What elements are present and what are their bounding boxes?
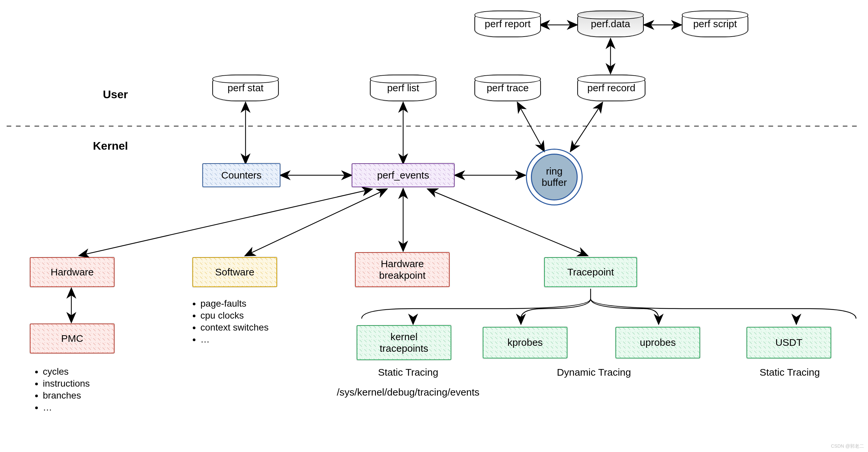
svg-line-10: [80, 189, 372, 255]
svg-line-8: [518, 103, 544, 151]
box-hw-breakpoint: Hardware breakpoint: [355, 252, 450, 287]
ring-buffer-label: ring buffer: [541, 165, 567, 188]
counters-label: Counters: [221, 170, 262, 181]
software-bullet: …: [200, 334, 315, 345]
diagram-canvas: User Kernel perf report perf.data perf s…: [0, 0, 868, 452]
box-kernel-tracepoints: kernel tracepoints: [357, 325, 451, 360]
box-hardware: Hardware: [30, 257, 115, 287]
svg-line-11: [246, 189, 386, 255]
perf-record-label: perf record: [587, 82, 636, 94]
box-uprobes: uprobes: [616, 327, 700, 358]
caption-static-tracing-2: Static Tracing: [747, 367, 833, 378]
software-bullet: cpu clocks: [200, 310, 315, 321]
software-label: Software: [215, 267, 254, 278]
perf-events-label: perf_events: [377, 170, 429, 181]
disk-perf-stat: perf stat: [212, 75, 279, 101]
box-software: Software: [192, 257, 277, 287]
pmc-bullet: …: [43, 402, 138, 413]
software-bullet: context switches: [200, 322, 315, 333]
uprobes-label: uprobes: [640, 337, 676, 349]
box-perf-events: perf_events: [352, 163, 455, 187]
caption-sysfs-path: /sys/kernel/debug/tracing/events: [305, 387, 511, 398]
disk-perf-report: perf report: [474, 11, 541, 37]
tracepoint-label: Tracepoint: [567, 267, 614, 278]
bullets-pmc: cycles instructions branches …: [32, 365, 138, 414]
svg-line-9: [571, 103, 602, 151]
box-pmc: PMC: [30, 324, 115, 354]
box-usdt: USDT: [747, 327, 831, 358]
perf-trace-label: perf trace: [487, 82, 529, 94]
perf-script-label: perf script: [693, 18, 737, 30]
software-bullet: page-faults: [200, 298, 315, 309]
box-tracepoint: Tracepoint: [544, 257, 637, 287]
watermark: CSDN @郭老二: [831, 443, 864, 449]
perf-report-label: perf report: [485, 18, 531, 30]
pmc-bullet: cycles: [43, 366, 138, 377]
disk-perf-script: perf script: [682, 11, 748, 37]
perf-list-label: perf list: [387, 82, 420, 94]
pmc-bullet: instructions: [43, 378, 138, 389]
caption-dynamic-tracing: Dynamic Tracing: [528, 367, 660, 378]
bullets-software: page-faults cpu clocks context switches …: [189, 297, 315, 346]
usdt-label: USDT: [775, 337, 803, 349]
disk-perf-list: perf list: [370, 75, 436, 101]
kernel-tracepoints-label: kernel tracepoints: [380, 331, 428, 354]
box-kprobes: kprobes: [483, 327, 567, 358]
pmc-label: PMC: [61, 333, 83, 344]
circle-ring-buffer: ring buffer: [526, 149, 583, 205]
kprobes-label: kprobes: [507, 337, 543, 349]
disk-perf-data: perf.data: [577, 11, 644, 37]
caption-static-tracing-1: Static Tracing: [365, 367, 451, 378]
box-counters: Counters: [203, 163, 280, 187]
label-kernel: Kernel: [93, 140, 128, 152]
perf-data-label: perf.data: [591, 18, 630, 30]
label-user: User: [103, 88, 128, 101]
hardware-label: Hardware: [51, 267, 94, 278]
perf-stat-label: perf stat: [228, 82, 264, 94]
hw-breakpoint-label: Hardware breakpoint: [379, 258, 425, 281]
disk-perf-trace: perf trace: [474, 75, 541, 101]
pmc-bullet: branches: [43, 390, 138, 401]
disk-perf-record: perf record: [577, 75, 645, 101]
